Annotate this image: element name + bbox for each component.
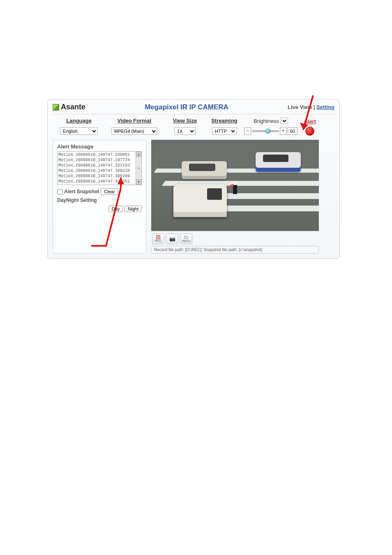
view-size-label: View Size	[165, 118, 205, 124]
brightness-mode-select[interactable]	[281, 118, 288, 124]
alert-row[interactable]: Motion_20090810_140747.297724	[58, 157, 141, 163]
view-size-control: View Size 1X	[165, 118, 205, 135]
brand-icon	[53, 104, 59, 111]
scroll-menu-icon[interactable]: ≡	[138, 157, 140, 179]
alert-row[interactable]: Motion_20090810_140747.321153	[58, 163, 141, 168]
body: Alert Message Motion_20090810_140747.250…	[53, 140, 334, 254]
alert-row[interactable]: Motion_20090810_140747.399289	[58, 173, 141, 179]
brightness-label: Brightness	[254, 118, 279, 124]
snapshot-button[interactable]: 📷	[166, 234, 178, 244]
vehicle-icon	[173, 184, 227, 217]
scroll-down-icon[interactable]: ▼	[136, 179, 141, 185]
clear-button[interactable]: Clear	[101, 188, 118, 195]
day-button[interactable]: Day	[108, 206, 123, 212]
brightness-plus-button[interactable]: +	[280, 127, 287, 135]
person-icon	[232, 181, 238, 197]
page-title: Megapixel IR IP CAMERA	[85, 103, 288, 111]
brand: Asante	[53, 103, 85, 111]
view-size-select[interactable]: 1X	[174, 127, 196, 135]
brightness-slider[interactable]	[252, 130, 279, 132]
camera-panel: Asante Megapixel IR IP CAMERA Live View …	[47, 99, 340, 259]
video-format-select[interactable]: MPEG4 (Main)	[111, 127, 157, 135]
alert-message-list[interactable]: Motion_20090810_140747.250851 Motion_200…	[57, 151, 142, 185]
status-bar: Record file path: [D:\REC]; Snapshot fil…	[151, 246, 319, 254]
language-select[interactable]: English	[60, 127, 98, 135]
brightness-control: Brightness − + 50	[244, 118, 297, 135]
brand-text: Asante	[61, 103, 85, 111]
alert-row[interactable]: Motion_20090810_140747.438351	[58, 179, 141, 184]
language-label: Language	[54, 118, 104, 124]
video-format-control: Video Format MPEG4 (Main)	[104, 118, 165, 135]
language-control: Language English	[54, 118, 104, 135]
brightness-slider-thumb[interactable]	[265, 129, 270, 134]
streaming-label: Streaming	[205, 118, 244, 124]
night-button[interactable]: Night	[125, 206, 142, 212]
top-nav: Live View | Setting	[288, 104, 334, 110]
header: Asante Megapixel IR IP CAMERA Live View …	[53, 103, 334, 114]
nav-setting[interactable]: Setting	[316, 104, 334, 110]
camera-icon: 📷	[169, 236, 175, 241]
path-button[interactable]: 🗀 PATH	[180, 234, 192, 244]
alert-message-title: Alert Message	[57, 143, 142, 150]
brightness-value: 50	[288, 127, 297, 135]
scroll-up-icon[interactable]: ▲	[136, 152, 141, 157]
video-frame	[151, 140, 319, 231]
alert-link[interactable]: Alert	[304, 118, 316, 125]
brightness-minus-button[interactable]: −	[244, 127, 251, 135]
video-format-label: Video Format	[104, 118, 165, 124]
alert-control: Alert	[297, 118, 322, 136]
nav-live-view[interactable]: Live View	[288, 104, 312, 110]
alert-row[interactable]: Motion_20090810_140747.250851	[58, 152, 141, 157]
streaming-select[interactable]: HTTP	[212, 127, 237, 135]
rec-button[interactable]: REC	[152, 234, 164, 244]
controls-row: Language English Video Format MPEG4 (Mai…	[53, 118, 334, 136]
vehicle-icon	[182, 161, 227, 179]
streaming-control: Streaming HTTP	[205, 118, 244, 135]
daynight-row: Day Night	[57, 206, 142, 212]
alert-panel: Alert Message Motion_20090810_140747.250…	[53, 140, 146, 254]
daynight-label: DayNight Setting	[57, 197, 142, 203]
alert-snapshot-label: Alert Snapshot	[64, 189, 99, 194]
video-area: REC 📷 🗀 PATH Record file path: [D:\REC];…	[151, 140, 334, 254]
alert-snapshot-row: Alert Snapshot Clear	[57, 188, 142, 195]
alert-row[interactable]: Motion_20090810_140747.360226	[58, 168, 141, 173]
vehicle-icon	[256, 152, 301, 172]
alert-scrollbar[interactable]: ▲ ≡ ▼	[136, 152, 141, 185]
video-toolbar: REC 📷 🗀 PATH	[151, 231, 334, 246]
alert-snapshot-checkbox[interactable]	[57, 189, 62, 194]
record-button[interactable]	[305, 127, 314, 136]
